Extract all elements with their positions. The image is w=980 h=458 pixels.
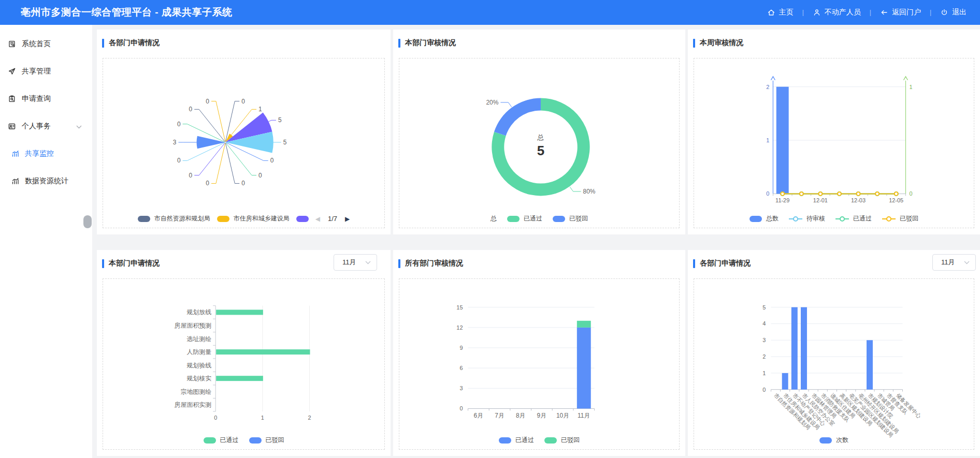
- nav-item-home[interactable]: 主页: [767, 8, 794, 17]
- nav-item-label: 返回门户: [892, 8, 921, 17]
- panel-week-review: 本周审核情况 0120111-2912-0112-0312-05 总数待审核已通…: [688, 29, 980, 234]
- clipboard-search-icon: [8, 95, 16, 103]
- svg-text:9月: 9月: [537, 412, 547, 419]
- svg-text:0: 0: [909, 190, 912, 197]
- send-icon: [8, 67, 16, 76]
- sidebar-item-申请查询[interactable]: 申请查询: [0, 85, 92, 112]
- sidebar-item-系统首页[interactable]: 系统首页: [0, 30, 92, 57]
- legend-line-swatch: [835, 216, 849, 222]
- svg-text:11月: 11月: [578, 412, 590, 419]
- month-select[interactable]: 11月: [932, 254, 976, 271]
- legend-swatch: [750, 216, 762, 222]
- legend-item-已通过[interactable]: 已通过: [507, 214, 542, 223]
- title-marker: [398, 259, 400, 268]
- home-icon: [767, 8, 775, 17]
- svg-text:10月: 10月: [556, 412, 569, 419]
- svg-text:7月: 7月: [495, 412, 505, 419]
- bar-chart-icon: [11, 150, 19, 158]
- svg-text:1: 1: [766, 137, 769, 143]
- sidebar-item-共享监控[interactable]: 共享监控: [0, 140, 92, 167]
- sidebar-item-数据资源统计[interactable]: 数据资源统计: [0, 167, 92, 195]
- svg-text:规划放线: 规划放线: [186, 308, 211, 316]
- legend-item-市住房和城乡建设局[interactable]: 市住房和城乡建设局: [217, 214, 290, 223]
- rose-chart: 01550000003000 市自然资源和规划局市住房和城乡建设局◀1/7▶: [103, 58, 385, 228]
- legend-swatch: [296, 216, 309, 222]
- svg-text:0: 0: [762, 387, 766, 393]
- svg-text:2: 2: [766, 84, 769, 90]
- legend-label: 已通过: [220, 436, 239, 445]
- legend-next-page-icon[interactable]: ▶: [345, 215, 350, 223]
- svg-text:规划核实: 规划核实: [186, 375, 211, 382]
- sidebar-item-个人事务[interactable]: 个人事务: [0, 112, 92, 140]
- sidebar-item-label: 申请查询: [22, 94, 51, 104]
- legend-item-市自然资源和规划局[interactable]: 市自然资源和规划局: [138, 214, 210, 223]
- sidebar-item-label: 共享监控: [25, 149, 54, 158]
- nav-item-power[interactable]: 退出: [940, 8, 967, 17]
- panel-title: 所有部门审核情况: [405, 259, 463, 268]
- nav-item-label: 退出: [952, 8, 967, 17]
- legend-prev-page-icon[interactable]: ◀: [315, 215, 320, 223]
- svg-text:选址测绘: 选址测绘: [186, 335, 211, 343]
- legend-item-已驳回[interactable]: 已驳回: [553, 214, 588, 223]
- user-icon: [813, 8, 821, 17]
- app-title: 亳州市多测合一综合管理平台 - 成果共享子系统: [21, 6, 232, 19]
- legend-item-已驳回[interactable]: 已驳回: [544, 436, 580, 445]
- svg-text:0: 0: [241, 98, 245, 105]
- panel-title: 本部门审核情况: [405, 38, 456, 48]
- app-header: 亳州市多测合一综合管理平台 - 成果共享子系统 主页|不动产人员|返回门户|退出: [0, 0, 980, 25]
- svg-text:8月: 8月: [516, 412, 526, 419]
- svg-text:15: 15: [456, 304, 463, 311]
- svg-text:3: 3: [762, 337, 766, 343]
- month-select[interactable]: 11月: [334, 254, 377, 271]
- back-icon: [880, 8, 888, 17]
- legend-item-总[interactable]: 总: [491, 214, 497, 223]
- month-select-value: 11月: [342, 258, 356, 267]
- nav-separator: |: [930, 9, 931, 16]
- panel-dept-apply-vbar: 各部门申请情况 11月 012345市自然资源和规划局市住房和城乡建设局市不动产…: [688, 250, 980, 456]
- legend-item-待审核[interactable]: 待审核: [789, 214, 825, 223]
- legend-label: 已通过: [524, 214, 542, 223]
- legend-label: 次数: [836, 436, 848, 445]
- svg-text:12-01: 12-01: [813, 197, 828, 203]
- svg-text:0: 0: [214, 415, 217, 421]
- chart-legend: 总数待审核已通过已驳回: [694, 214, 974, 223]
- nav-item-back[interactable]: 返回门户: [880, 8, 921, 17]
- sidebar-scrollbar-thumb[interactable]: [83, 215, 92, 228]
- legend-swatch: [553, 216, 565, 222]
- legend-item-已驳回[interactable]: 已驳回: [882, 214, 918, 223]
- chart-legend: 次数: [694, 436, 974, 445]
- svg-text:5: 5: [762, 304, 766, 311]
- svg-text:房屋面积预测: 房屋面积预测: [175, 322, 212, 329]
- nav-item-user[interactable]: 不动产人员: [813, 8, 861, 17]
- legend-item-已驳回[interactable]: 已驳回: [249, 436, 284, 445]
- legend-item-已通过[interactable]: 已通过: [204, 436, 239, 445]
- svg-text:20%: 20%: [486, 99, 498, 106]
- svg-text:6月: 6月: [474, 412, 484, 419]
- legend-label: 已驳回: [900, 214, 918, 223]
- doc-search-icon: [8, 40, 16, 48]
- svg-text:0: 0: [270, 157, 274, 164]
- svg-text:4: 4: [762, 320, 766, 327]
- legend-swatch: [819, 437, 832, 444]
- legend-item-次数[interactable]: 次数: [819, 436, 848, 445]
- sidebar-item-共享管理[interactable]: 共享管理: [0, 57, 92, 85]
- svg-text:0: 0: [189, 106, 193, 113]
- donut-chart: 80%20%总5 总已通过已驳回: [399, 58, 680, 228]
- legend-item-总数[interactable]: 总数: [750, 214, 779, 223]
- legend-label: 已通过: [515, 436, 534, 445]
- svg-text:3: 3: [459, 385, 463, 391]
- legend-label: 市住房和城乡建设局: [234, 214, 290, 223]
- svg-text:1: 1: [258, 106, 262, 113]
- month-select-value: 11月: [941, 258, 955, 267]
- panel-header: 本部门申请情况: [102, 259, 160, 268]
- panel-header: 本周审核情况: [693, 38, 743, 48]
- legend-item-series[interactable]: [296, 216, 309, 222]
- svg-text:11-29: 11-29: [775, 197, 789, 203]
- vbar-chart: 012345市自然资源和规划局市住房和城乡建设局市不动产登记中心市人民防空办公室…: [694, 278, 974, 450]
- legend-label: 总数: [766, 214, 779, 223]
- legend-item-已通过[interactable]: 已通过: [499, 436, 534, 445]
- svg-text:1: 1: [762, 370, 766, 376]
- panel-header: 各部门申请情况: [693, 259, 751, 268]
- stacked-bar-chart: 036912156月7月8月9月10月11月 已通过已驳回: [399, 278, 680, 450]
- legend-item-已通过[interactable]: 已通过: [835, 214, 872, 223]
